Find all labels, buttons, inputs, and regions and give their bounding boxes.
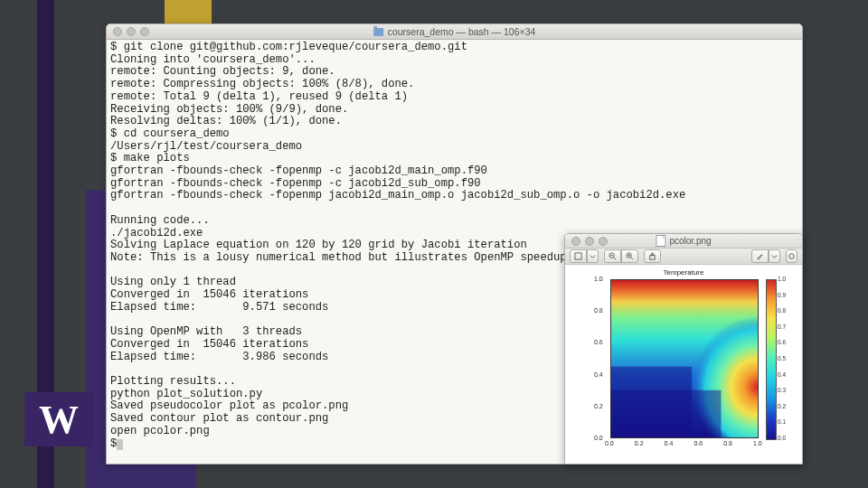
preview-titlebar[interactable]: pcolor.png	[565, 234, 802, 249]
minimize-icon[interactable]	[127, 27, 136, 36]
heatmap-plot	[610, 279, 759, 438]
x-tick-label: 0.6	[693, 440, 703, 446]
traffic-lights	[565, 237, 608, 246]
colorbar-tick-label: 0.1	[778, 418, 786, 425]
zoom-in-button[interactable]	[621, 249, 638, 263]
preview-title: pcolor.png	[656, 235, 711, 247]
svg-rect-0	[575, 253, 581, 259]
y-tick-label: 0.4	[594, 371, 603, 378]
view-mode-button[interactable]	[570, 249, 587, 263]
y-tick-label: 0.6	[594, 339, 603, 345]
terminal-title: coursera_demo — bash — 106×34	[373, 26, 536, 37]
edit-dropdown-button[interactable]	[769, 249, 780, 263]
colorbar-tick-label: 0.6	[778, 339, 786, 345]
traffic-lights	[107, 27, 149, 36]
uw-logo: W	[24, 392, 93, 446]
share-button[interactable]	[644, 249, 661, 263]
svg-line-2	[613, 257, 616, 259]
svg-line-5	[630, 257, 633, 259]
colorbar-tick-label: 1.0	[778, 276, 786, 282]
zoom-out-button[interactable]	[604, 249, 621, 263]
markup-button[interactable]	[786, 249, 797, 263]
colorbar-tick-label: 0.5	[778, 355, 786, 361]
x-tick-label: 0.4	[665, 440, 674, 446]
zoom-icon[interactable]	[140, 27, 149, 36]
colorbar-tick-label: 0.0	[778, 435, 786, 441]
colorbar-tick-label: 0.7	[778, 324, 786, 330]
x-tick-label: 0.8	[723, 440, 732, 446]
close-icon[interactable]	[113, 27, 122, 36]
colorbar-tick-label: 0.4	[778, 371, 786, 378]
y-tick-label: 1.0	[594, 276, 603, 282]
decorative-gold	[165, 0, 212, 23]
colorbar-tick-label: 0.2	[778, 403, 786, 409]
y-tick-label: 0.8	[594, 307, 603, 314]
colorbar-tick-label: 0.9	[778, 292, 786, 298]
preview-content: Temperature	[565, 265, 802, 465]
x-tick-label: 0.0	[605, 440, 614, 446]
file-icon	[656, 235, 665, 247]
y-tick-label: 0.2	[594, 403, 603, 409]
preview-window[interactable]: pcolor.png	[564, 233, 803, 465]
colorbar	[766, 279, 777, 440]
edit-button[interactable]	[751, 249, 769, 263]
svg-point-9	[789, 254, 794, 258]
zoom-icon[interactable]	[599, 237, 608, 246]
y-tick-label: 0.0	[594, 435, 603, 441]
close-icon[interactable]	[571, 237, 580, 246]
chart-title: Temperature	[664, 268, 704, 277]
folder-icon	[373, 28, 383, 36]
preview-toolbar	[565, 249, 802, 265]
svg-rect-13	[611, 390, 722, 437]
colorbar-tick-label: 0.3	[778, 387, 786, 393]
x-tick-label: 1.0	[753, 440, 762, 446]
terminal-titlebar[interactable]: coursera_demo — bash — 106×34	[107, 24, 802, 40]
x-tick-label: 0.2	[635, 440, 644, 446]
view-dropdown-button[interactable]	[587, 249, 599, 263]
minimize-icon[interactable]	[585, 237, 594, 246]
colorbar-tick-label: 0.8	[778, 307, 786, 314]
